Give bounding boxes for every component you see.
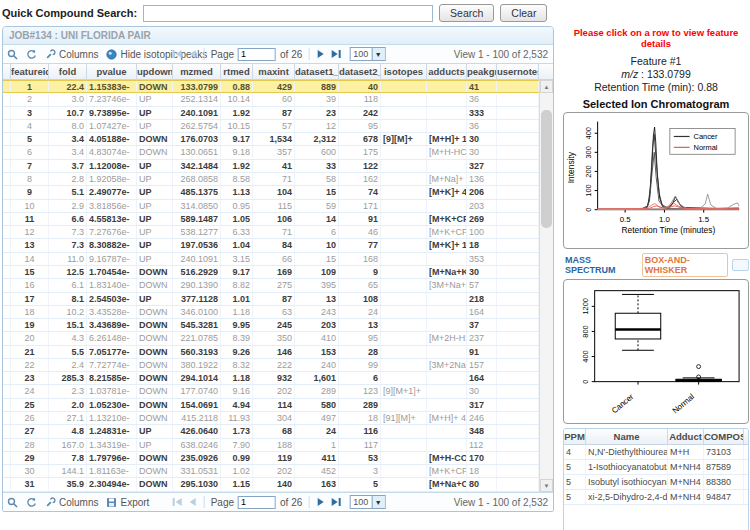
compound-row[interactable]: 5Isobutyl isothiocyanaM+NH488380 <box>564 475 748 490</box>
first-page-button[interactable] <box>171 498 184 506</box>
page-input[interactable] <box>238 48 276 61</box>
cell-fold: 167.0 <box>49 439 87 451</box>
cell-pvalue: 4.83074e- <box>87 146 137 158</box>
column-header-mzmed[interactable]: mzmed <box>173 64 221 80</box>
grid-search-button[interactable] <box>7 49 18 60</box>
compound-column-header-PPM[interactable]: PPM <box>564 429 586 445</box>
grid-search-button[interactable] <box>7 497 18 508</box>
column-header-fold[interactable]: fold <box>49 64 87 80</box>
compound-row[interactable]: 5xi-2,5-Dihydro-2,4-dirM+NH494847 <box>564 490 748 505</box>
cell-maxint: 146 <box>253 346 295 358</box>
scroll-up-icon[interactable]: ▲ <box>540 80 553 93</box>
column-header-usernotes[interactable]: usernotes <box>497 64 539 80</box>
last-page-button[interactable] <box>329 50 342 58</box>
cell-isotopes <box>381 120 427 132</box>
table-row[interactable]: 242.31.03781e-DOWN177.07409.16202289123[… <box>3 385 539 398</box>
grid-refresh-button[interactable] <box>26 497 37 508</box>
table-row[interactable]: 122.41.15383e-DOWN133.07990.884298894041 <box>3 80 539 93</box>
prev-page-button[interactable] <box>188 498 198 506</box>
column-header-rtmed[interactable]: rtmed <box>221 64 253 80</box>
table-row[interactable]: 28167.01.34319e-UP638.02467.901881117112 <box>3 439 539 452</box>
page-input[interactable] <box>238 496 276 509</box>
compound-row[interactable]: 51-IsothiocyanatobutaM+NH487589 <box>564 460 748 475</box>
first-page-button[interactable] <box>171 50 184 58</box>
clear-button[interactable]: Clear <box>500 4 547 22</box>
scroll-down-icon[interactable]: ▼ <box>540 479 553 492</box>
cell-adducts <box>427 81 467 92</box>
table-row[interactable]: 274.81.24831e-UP426.06401.736824116348 <box>3 425 539 438</box>
search-input[interactable] <box>143 5 433 22</box>
compound-column-header-Adduct[interactable]: Adduct <box>668 429 704 445</box>
table-row[interactable]: 127.37.27676e-UP538.12776.3371646[M+K+CF… <box>3 226 539 239</box>
tab-stub[interactable] <box>732 259 749 271</box>
compound-row[interactable]: 4N,N'-DiethylthioureaM+H73103 <box>564 445 748 460</box>
table-row[interactable]: 3135.92.30494e-DOWN295.10301.151401635[M… <box>3 478 539 491</box>
scrollbar-thumb[interactable] <box>541 110 552 228</box>
columns-button[interactable]: Columns <box>45 49 98 60</box>
table-row[interactable]: 73.71.12008e-UP342.14841.924133122327 <box>3 160 539 173</box>
column-header-dataset1_r[interactable]: dataset1_r <box>295 64 339 80</box>
page-size-value: 100 <box>350 49 371 59</box>
grid-refresh-button[interactable] <box>26 49 37 60</box>
page-size-select[interactable]: 100 ▼ <box>349 495 385 509</box>
table-row[interactable]: 23.07.23746e-UP252.131410.14603911836 <box>3 93 539 106</box>
mz-value: : 133.0799 <box>641 68 691 80</box>
tab-box-and-whisker[interactable]: BOX-AND-WHISKER <box>642 253 729 277</box>
next-page-button[interactable] <box>315 50 325 58</box>
next-page-button[interactable] <box>315 498 325 506</box>
column-header-maxint[interactable]: maxint <box>253 64 295 80</box>
table-row[interactable]: 23285.38.21585e-DOWN294.10141.189321,601… <box>3 372 539 385</box>
cell-peakgrou: 18 <box>467 239 497 251</box>
cell-adducts: [M+Na]+ 24 <box>427 173 467 185</box>
column-header-pvalue[interactable]: pvalue <box>87 64 137 80</box>
table-row[interactable]: 102.93.81856e-UP314.08500.9511559171203 <box>3 200 539 213</box>
table-row[interactable]: 53.44.05188e-DOWN176.07039.171,5342,3126… <box>3 133 539 146</box>
export-button[interactable]: Export <box>106 497 149 508</box>
column-header-dataset2_r[interactable]: dataset2_r <box>339 64 381 80</box>
table-row[interactable]: 215.57.05177e-DOWN560.31939.261461532891 <box>3 346 539 359</box>
last-page-button[interactable] <box>329 498 342 506</box>
cell-usernotes <box>497 399 539 411</box>
column-header-peakgrou[interactable]: peakgrou <box>467 64 497 80</box>
compound-cell: M+NH4 <box>668 475 704 489</box>
grid-vertical-scrollbar[interactable]: ▲ ▼ <box>539 80 553 492</box>
table-row[interactable]: 2627.11.13210e-DOWN415.211811.9330449718… <box>3 412 539 425</box>
compound-column-header-COMPOSI[interactable]: COMPOSI <box>704 429 744 445</box>
table-row[interactable]: 48.01.07427e-UP262.575410.1557129536 <box>3 120 539 133</box>
cell-adducts: [M+H]+ 414 <box>427 412 467 424</box>
table-row[interactable]: 166.11.83140e-DOWN290.13908.8227539565[3… <box>3 279 539 292</box>
table-row[interactable]: 82.81.92058e-UP268.08588.587158162[M+Na]… <box>3 173 539 186</box>
table-row[interactable]: 1411.09.16787e-UP240.10913.156615168353 <box>3 253 539 266</box>
table-row[interactable]: 1512.51.70454e-DOWN516.29299.171691099[M… <box>3 266 539 279</box>
table-row[interactable]: 252.01.05230e-DOWN154.06914.941145802893… <box>3 399 539 412</box>
tab-mass-spectrum[interactable]: MASS SPECTRUM <box>565 255 638 275</box>
column-header-isotopes[interactable]: isotopes <box>381 64 427 80</box>
column-header-updown[interactable]: updown <box>137 64 173 80</box>
table-row[interactable]: 310.79.73895e-UP240.10911.928723242333 <box>3 107 539 120</box>
column-header-featureidx[interactable]: featureidx <box>11 64 49 80</box>
cell-updown: DOWN <box>137 465 173 477</box>
page-size-select[interactable]: 100 ▼ <box>349 47 385 61</box>
cell-isotopes <box>381 346 427 358</box>
table-row[interactable]: 116.64.55813e-UP589.14871.051061491[M+K+… <box>3 213 539 226</box>
cell-maxint: 84 <box>253 239 295 251</box>
cell-peakgrou: 170 <box>467 452 497 464</box>
compound-column-header-Name[interactable]: Name <box>586 429 668 445</box>
table-row[interactable]: 137.38.30882e-UP197.05361.04841077[M+K]+… <box>3 239 539 252</box>
columns-button[interactable]: Columns <box>45 497 98 508</box>
table-row[interactable]: 204.36.26148e-DOWN221.07858.3935041095[M… <box>3 332 539 345</box>
column-header-adducts[interactable]: adducts <box>427 64 467 80</box>
search-button[interactable]: Search <box>439 4 494 22</box>
svg-text:0: 0 <box>581 380 590 384</box>
table-row[interactable]: 178.12.54503e-UP377.11281.018713108218 <box>3 293 539 306</box>
isotopic-peaks-icon <box>106 49 117 60</box>
table-row[interactable]: 222.47.72774e-DOWN380.19228.3222224099[3… <box>3 359 539 372</box>
table-row[interactable]: 30144.11.81163e-DOWN331.05311.022024523[… <box>3 465 539 478</box>
table-row[interactable]: 297.81.79796e-DOWN235.09260.9911941153[M… <box>3 452 539 465</box>
table-row[interactable]: 95.12.49077e-UP485.13751.131041574[M+K]+… <box>3 186 539 199</box>
table-row[interactable]: 1915.13.43689e-DOWN545.32819.95245203133… <box>3 319 539 332</box>
cell-fold: 27.1 <box>49 412 87 424</box>
table-row[interactable]: 1810.23.43528e-DOWN346.01001.18632432416… <box>3 306 539 319</box>
table-row[interactable]: 63.44.83074e-DOWN130.06519.18357600175[M… <box>3 146 539 159</box>
prev-page-button[interactable] <box>188 50 198 58</box>
